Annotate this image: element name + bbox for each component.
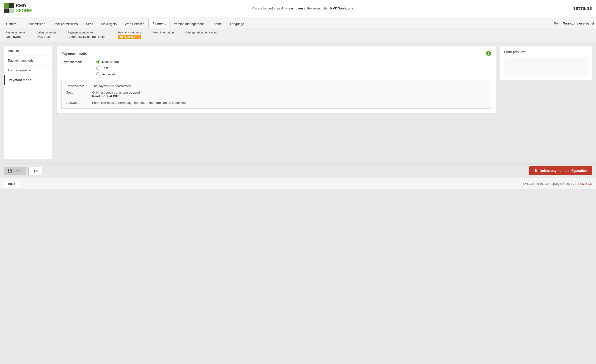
saved-button: 💾 Saved — [4, 167, 26, 175]
logo-xform: XFORM — [16, 8, 32, 13]
summary-bar: Payment mode Deactivated Default amount … — [0, 28, 596, 42]
tab-payment[interactable]: Payment — [148, 19, 170, 28]
quit-button[interactable]: Quit — [28, 167, 42, 175]
svg-rect-2 — [4, 8, 9, 13]
tabs-bar: General At submission User permissions S… — [0, 17, 596, 28]
logo-kmd: KMD — [16, 4, 32, 8]
radio-deactivated-input[interactable] — [96, 60, 100, 64]
svg-rect-0 — [4, 3, 9, 8]
svg-rect-1 — [9, 3, 14, 8]
tabs-form-label: Form: Workzone userpanel — [554, 22, 594, 28]
kmd-link[interactable]: KMD A/S — [580, 182, 592, 186]
back-button[interactable]: Back — [4, 180, 19, 187]
tab-version-management[interactable]: Version management — [170, 19, 208, 28]
logo: KMD XFORM — [4, 3, 32, 14]
info-row-deactivated: Deactivated: The payment is deactivated. — [66, 84, 486, 88]
summary-config-last-saved: Configuration last saved - — [185, 31, 217, 39]
copyright: KMD XForm 16.0.3. Copyright © 2001-2018 … — [523, 182, 592, 186]
summary-payment-completion: Payment completion Automatically at subm… — [67, 31, 106, 39]
form-preview-title: Form preview — [504, 50, 588, 54]
payment-mode-info-box: Deactivated: The payment is deactivated.… — [61, 80, 491, 109]
tab-user-permissions[interactable]: User permissions — [49, 19, 82, 28]
footer-bar: 💾 Saved Quit 🗑 Delete payment configurat… — [0, 163, 596, 178]
svg-rect-3 — [9, 8, 14, 13]
trash-icon: 🗑 — [534, 169, 538, 173]
none-added-badge: None added — [118, 35, 141, 39]
sidebar-item-payment-mode[interactable]: Payment mode — [4, 75, 52, 85]
summary-payment-mode: Payment mode Deactivated — [6, 31, 25, 39]
info-row-test: Test: Only test credit cards can be used… — [66, 91, 486, 98]
logo-text: KMD XFORM — [16, 4, 32, 13]
right-panel: Form preview — [500, 46, 592, 159]
sidebar-item-form-integration[interactable]: Form integration — [4, 65, 52, 75]
radio-activated-input[interactable] — [96, 72, 100, 76]
header: KMD XFORM You are logged in as Andreas I… — [0, 0, 596, 17]
form-preview-area — [504, 57, 588, 76]
help-icon[interactable]: ? — [486, 51, 491, 56]
panel-title: Payment mode ? — [61, 51, 491, 56]
info-row-activated: Activated: Form filler must perform paym… — [66, 101, 486, 105]
sidebar: Amount Payment methods Form integration … — [4, 46, 52, 159]
tab-theme[interactable]: Theme — [208, 19, 226, 28]
tab-at-submission[interactable]: At submission — [21, 19, 49, 28]
radio-activated[interactable]: Activated — [96, 72, 119, 76]
kmd-logo-icon — [4, 3, 15, 14]
tab-sites[interactable]: Sites — [82, 19, 97, 28]
dibs-link[interactable]: Read more at DIBS — [92, 94, 121, 98]
form-preview-box: Form preview — [500, 46, 592, 80]
sidebar-item-amount[interactable]: Amount — [4, 46, 52, 56]
payment-mode-radio-group: Deactivated Test Activated — [96, 60, 119, 76]
payment-mode-row: Payment mode Deactivated Test Activated — [61, 60, 491, 76]
radio-deactivated[interactable]: Deactivated — [96, 60, 119, 64]
tab-web-services[interactable]: Web Services — [121, 19, 148, 28]
tab-language[interactable]: Language — [226, 19, 248, 28]
sidebar-item-payment-methods[interactable]: Payment methods — [4, 56, 52, 65]
tab-general[interactable]: General — [2, 19, 21, 28]
main-content: Amount Payment methods Form integration … — [0, 42, 596, 163]
settings-label: SETTINGS — [573, 7, 592, 10]
summary-default-amount: Default amount DKK 1,00 — [36, 31, 56, 39]
payment-mode-field-label: Payment mode — [61, 60, 90, 64]
header-login-info: You are logged in as Andreas Ibsen at th… — [32, 7, 573, 10]
tab-field-rights[interactable]: Field rights — [97, 19, 121, 28]
delete-payment-config-button[interactable]: 🗑 Delete payment configuration — [529, 166, 592, 175]
payment-mode-panel: Payment mode ? Payment mode Deactivated … — [56, 46, 496, 114]
radio-test-input[interactable] — [96, 66, 100, 70]
summary-form-integration: Form integration — [153, 31, 174, 39]
summary-payment-methods: Payment methods None added — [118, 31, 141, 39]
center-panel: Payment mode ? Payment mode Deactivated … — [52, 46, 500, 159]
radio-test[interactable]: Test — [96, 66, 119, 70]
bottom-bar: Back KMD XForm 16.0.3. Copyright © 2001-… — [0, 178, 596, 189]
save-icon: 💾 — [8, 169, 12, 173]
